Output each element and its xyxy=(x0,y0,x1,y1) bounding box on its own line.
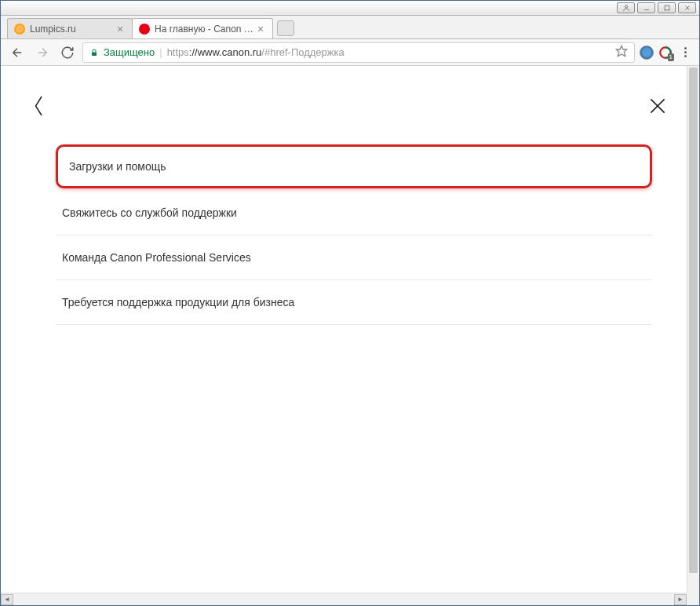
scrollbar-corner xyxy=(687,593,699,605)
extension-icon[interactable] xyxy=(640,46,654,60)
support-menu-list: Загрузки и помощь Свяжитесь со службой п… xyxy=(56,144,652,325)
browser-toolbar: Защищено | https://www.canon.ru/#href-По… xyxy=(1,39,699,66)
menu-item-cps-team[interactable]: Команда Canon Professional Services xyxy=(56,235,652,280)
overlay-close-button[interactable] xyxy=(647,96,668,119)
tab-close-icon[interactable]: × xyxy=(255,24,266,35)
page-content: Загрузки и помощь Свяжитесь со службой п… xyxy=(1,66,699,593)
overlay-nav xyxy=(24,94,676,144)
nav-reload-button[interactable] xyxy=(57,42,78,63)
tab-title: Lumpics.ru xyxy=(30,24,115,35)
menu-item-label: Загрузки и помощь xyxy=(69,160,166,173)
extension-badge: 1 xyxy=(668,53,674,61)
window-maximize-button[interactable] xyxy=(658,2,676,13)
window-user-button[interactable] xyxy=(617,2,635,13)
tab-strip: Lumpics.ru × На главную - Canon Рос × xyxy=(1,16,699,39)
svg-point-0 xyxy=(625,5,627,8)
scroll-right-button[interactable]: ► xyxy=(674,594,687,605)
tab-lumpics[interactable]: Lumpics.ru × xyxy=(7,18,133,38)
window-titlebar xyxy=(1,1,699,16)
scrollbar-thumb[interactable] xyxy=(689,68,698,573)
favicon-canon-icon xyxy=(139,24,150,35)
vertical-scrollbar[interactable] xyxy=(687,66,699,593)
nav-back-button[interactable] xyxy=(7,42,27,63)
tab-title: На главную - Canon Рос xyxy=(155,24,255,35)
address-bar[interactable]: Защищено | https://www.canon.ru/#href-По… xyxy=(82,42,635,63)
extension-adblock-icon[interactable]: 1 xyxy=(658,46,673,60)
window-close-button[interactable] xyxy=(678,2,696,13)
menu-item-label: Требуется поддержка продукции для бизнес… xyxy=(62,296,294,308)
url-text: https://www.canon.ru/#href-Поддержка xyxy=(167,46,345,58)
menu-item-business-support[interactable]: Требуется поддержка продукции для бизнес… xyxy=(56,280,652,325)
tab-close-icon[interactable]: × xyxy=(115,24,126,35)
svg-rect-2 xyxy=(665,5,669,10)
menu-item-label: Свяжитесь со службой поддержки xyxy=(62,206,237,219)
horizontal-scrollbar[interactable]: ◄ ► xyxy=(1,593,687,605)
menu-item-label: Команда Canon Professional Services xyxy=(62,251,251,264)
new-tab-button[interactable] xyxy=(277,20,294,36)
menu-item-contact-support[interactable]: Свяжитесь со службой поддержки xyxy=(56,191,652,235)
page-viewport: Загрузки и помощь Свяжитесь со службой п… xyxy=(1,66,699,593)
scroll-left-button[interactable]: ◄ xyxy=(1,594,13,605)
tab-canon[interactable]: На главную - Canon Рос × xyxy=(132,18,273,38)
window-minimize-button[interactable] xyxy=(637,2,655,13)
favicon-lumpics-icon xyxy=(14,24,25,35)
overlay-back-button[interactable] xyxy=(32,94,46,121)
nav-forward-button[interactable] xyxy=(32,42,53,63)
svg-marker-6 xyxy=(616,46,626,56)
lock-icon xyxy=(89,48,99,57)
url-separator: | xyxy=(159,46,162,58)
svg-rect-5 xyxy=(92,52,97,56)
menu-item-downloads-help[interactable]: Загрузки и помощь xyxy=(56,144,652,188)
secure-label: Защищено xyxy=(104,46,155,58)
browser-menu-button[interactable] xyxy=(677,47,693,57)
bookmark-star-icon[interactable] xyxy=(615,45,628,60)
